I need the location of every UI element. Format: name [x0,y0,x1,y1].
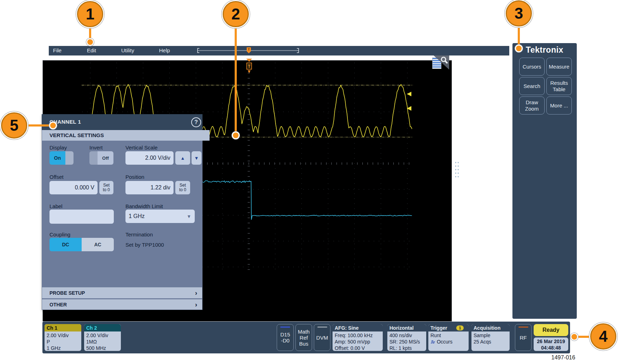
afg-badge[interactable]: AFG: Sine Freq: 100.00 kHzAmp: 500 mVppO… [333,324,383,351]
vertical-scale-label: Vertical Scale [125,145,158,151]
callout-3-dot [515,45,523,52]
menu-help[interactable]: Help [159,47,170,53]
rf-color-line [518,327,528,328]
svg-text:T: T [248,48,250,51]
position-set-to-0-button[interactable]: Setto 0 [175,181,190,194]
trigger-position-icon: T [247,47,251,53]
coupling-toggle: DC AC [49,238,114,251]
up-arrow-icon: ▲ [181,155,185,161]
display-off-segment[interactable] [65,151,74,165]
invert-on-segment[interactable] [89,151,98,165]
menu-file[interactable]: File [53,47,61,53]
bandwidth-limit-label: Bandwidth Limit [125,203,163,209]
results-table-button[interactable]: ResultsTable [546,77,572,95]
horizontal-badge[interactable]: Horizontal 400 ns/divSR: 250 MS/sRL: 1 k… [387,324,426,351]
cursors-button[interactable]: Cursors [519,58,545,76]
display-on-segment[interactable]: On [49,151,65,165]
invert-toggle[interactable]: Off [89,151,113,165]
termination-value: Set by TPP1000 [125,242,164,248]
runt-pulse-icon [430,340,435,344]
acquisition-badge[interactable]: Acquisition Sample25 Acqs [471,324,510,351]
invert-label: Invert [89,145,103,151]
invert-off-segment[interactable]: Off [98,151,113,165]
ch1-badge[interactable]: Ch 1 2.00 V/divP1 GHz [45,324,81,351]
right-panel: Tektronix Cursors Measure Search Results… [512,43,577,319]
callout-4: 4 [590,323,616,350]
panel-drawer-handle[interactable] [454,161,459,178]
ch2-badge[interactable]: Ch 2 2.00 V/div1MΩ500 MHz [84,324,121,351]
page: File Edit Utility Help T [0,0,622,364]
label-input[interactable] [49,210,114,224]
section-vertical-settings[interactable]: VERTICAL SETTINGS [42,130,210,141]
scale-up-button[interactable]: ▲ [175,151,190,165]
coupling-ac-button[interactable]: AC [82,238,114,251]
horizontal-position-indicator[interactable]: T [196,47,300,54]
callout-1: 1 [77,1,103,27]
menu-edit[interactable]: Edit [87,47,96,53]
callout-2-line [235,26,237,132]
search-button[interactable]: Search [519,77,545,95]
dvm-color-line [317,327,327,328]
callout-4-line [577,336,592,338]
figure-number: 1497-016 [551,354,575,361]
callout-5-line [26,124,50,127]
position-label: Position [125,174,144,180]
trigger-level-arrow-icon [407,92,411,96]
menu-bar: File Edit Utility Help T [49,46,509,55]
trigger-badge[interactable]: Trigger 1 Runt Occurs [428,324,469,351]
magnifier-icon [440,56,448,65]
down-arrow-icon: ▼ [194,155,199,161]
other-row[interactable]: OTHER › [42,299,202,310]
probe-setup-row[interactable]: PROBE SETUP › [42,287,202,298]
draw-zoom-button[interactable]: DrawZoom [519,96,545,115]
measure-button[interactable]: Measure [546,58,572,76]
svg-text:T: T [248,64,251,69]
math-ref-bus-badge[interactable]: MathRefBus [295,324,312,351]
screenshot-zoom-icon[interactable] [432,55,449,70]
callout-2: 2 [223,1,249,27]
termination-label: Termination [125,231,153,237]
coupling-label: Coupling [49,231,70,237]
vertical-scale-field[interactable]: 2.00 V/div [125,151,174,165]
help-icon[interactable]: ? [191,117,201,127]
dialog-header[interactable]: CHANNEL 1 ? [42,114,203,130]
channel1-dialog: CHANNEL 1 ? VERTICAL SETTINGS Display On… [42,114,203,310]
callout-5-dot [49,122,57,129]
offset-label: Offset [49,174,64,180]
position-field[interactable]: 1.22 div [125,181,174,194]
dropdown-arrow-icon: ▼ [187,214,191,219]
status-bar: Ch 1 2.00 V/divP1 GHz Ch 2 2.00 V/div1MΩ… [42,322,570,353]
scale-down-button[interactable]: ▼ [192,151,201,165]
rf-badge[interactable]: RF [515,324,532,351]
offset-field[interactable]: 0.000 V [49,181,98,194]
callout-3-line [518,25,520,45]
trigger-marker[interactable]: T [245,57,253,75]
ready-status-badge: Ready [534,324,568,336]
chevron-right-icon: › [195,301,197,309]
digital-color-line [280,327,290,328]
digital-channels-badge[interactable]: D15-D0 [277,324,294,351]
trigger-source-badge: 1 [456,325,463,330]
callout-4-dot [570,333,578,341]
chevron-right-icon: › [195,289,197,297]
callout-5: 5 [1,112,27,139]
display-toggle[interactable]: On [49,151,74,165]
dvm-badge[interactable]: DVM [314,324,330,351]
callout-1-line [89,26,91,39]
callout-1-dot [86,38,94,46]
menu-utility[interactable]: Utility [121,47,134,53]
callout-2-dot [232,131,240,139]
callout-3: 3 [506,0,532,27]
label-label: Label [49,203,63,209]
display-label: Display [49,145,67,151]
more-button[interactable]: More ... [546,96,572,115]
bandwidth-dropdown[interactable]: 1 GHz ▼ [125,210,195,223]
offset-set-to-0-button[interactable]: Setto 0 [99,181,113,194]
datetime-badge: 26 Mar 201904:48:48 [534,337,568,351]
coupling-dc-button[interactable]: DC [49,238,82,251]
